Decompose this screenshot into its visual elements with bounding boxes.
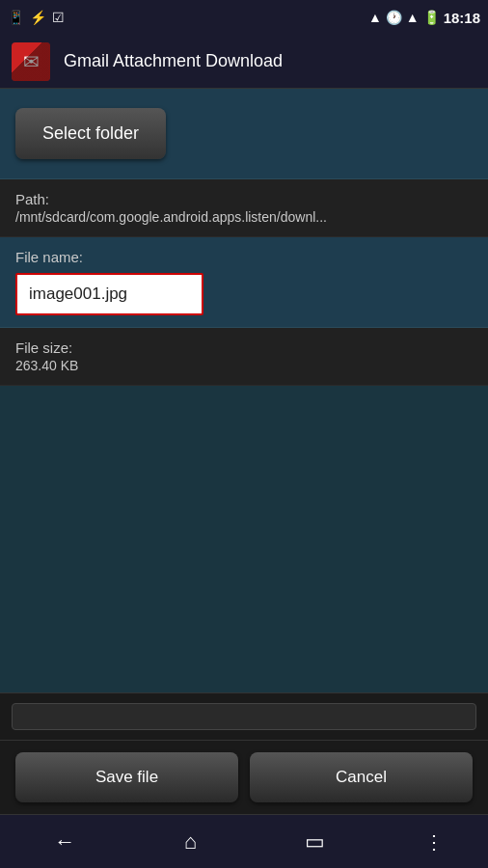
checkbox-icon: ☑ xyxy=(52,10,65,25)
status-bar: 📱 ⚡ ☑ ▲ 🕐 ▲ 🔋 18:18 xyxy=(0,0,488,35)
action-buttons: Save file Cancel xyxy=(0,740,488,814)
path-label: Path: xyxy=(15,191,473,207)
save-file-button[interactable]: Save file xyxy=(15,752,238,802)
status-bar-left: 📱 ⚡ ☑ xyxy=(8,10,65,25)
progress-section xyxy=(0,692,488,740)
status-bar-right: ▲ 🕐 ▲ 🔋 18:18 xyxy=(368,10,480,26)
filename-input[interactable] xyxy=(15,273,203,315)
filesize-section: File size: 263.40 KB xyxy=(0,328,488,386)
filename-section: File name: xyxy=(0,237,488,328)
select-folder-section: Select folder xyxy=(0,89,488,179)
clock-icon: 🕐 xyxy=(386,10,402,25)
signal-icon: ▲ xyxy=(368,10,382,25)
status-time: 18:18 xyxy=(444,10,480,26)
title-bar: Gmail Attachment Download xyxy=(0,35,488,89)
recents-button[interactable]: ▭ xyxy=(295,820,335,864)
back-button[interactable]: ← xyxy=(44,820,85,864)
select-folder-button[interactable]: Select folder xyxy=(15,108,166,159)
cancel-button[interactable]: Cancel xyxy=(250,752,473,802)
empty-space xyxy=(0,386,488,692)
app-wrapper: 📱 ⚡ ☑ ▲ 🕐 ▲ 🔋 18:18 Gmail Attachment Dow… xyxy=(0,0,488,868)
more-button[interactable]: ⋮ xyxy=(424,830,444,854)
content-area: Select folder Path: /mnt/sdcard/com.goog… xyxy=(0,89,488,814)
path-value: /mnt/sdcard/com.google.android.apps.list… xyxy=(15,209,473,225)
filesize-value: 263.40 KB xyxy=(15,358,473,373)
battery-icon: 🔋 xyxy=(423,10,440,25)
filesize-label: File size: xyxy=(15,339,473,356)
path-section: Path: /mnt/sdcard/com.google.android.app… xyxy=(0,179,488,237)
app-icon xyxy=(12,42,50,81)
app-title: Gmail Attachment Download xyxy=(64,51,283,71)
filename-label: File name: xyxy=(15,249,473,265)
usb-icon: ⚡ xyxy=(30,10,46,25)
home-button[interactable]: ⌂ xyxy=(175,820,206,864)
progress-bar-container xyxy=(12,703,476,730)
notification-icon: 📱 xyxy=(8,10,24,25)
wifi-icon: ▲ xyxy=(406,10,420,25)
nav-bar: ← ⌂ ▭ ⋮ xyxy=(0,814,488,868)
